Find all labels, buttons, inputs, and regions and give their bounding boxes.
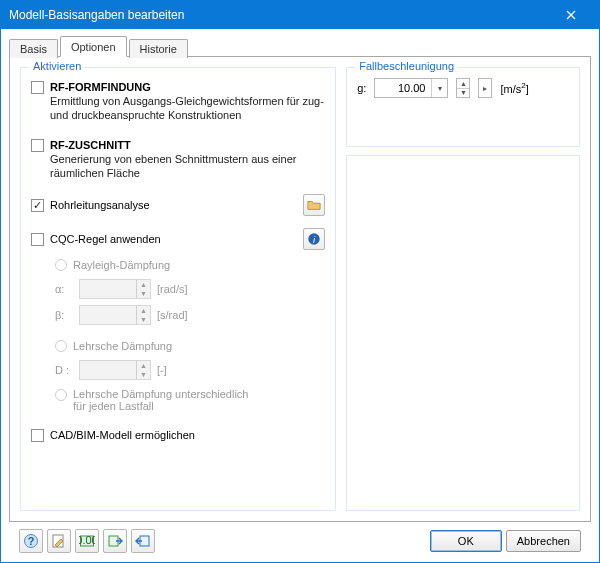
chevron-down-icon[interactable]: ▼ [457, 88, 469, 98]
chevron-up-icon: ▲ [137, 280, 150, 289]
radio-rayleigh [55, 259, 67, 271]
select-g[interactable]: ▾ [374, 78, 448, 98]
label-d: D : [55, 364, 73, 376]
label-alpha: α: [55, 283, 73, 295]
ok-button[interactable]: OK [430, 530, 502, 552]
label-lehr-per-lc: Lehrsche Dämpfung unterschiedlich für je… [73, 388, 253, 412]
tab-optionen[interactable]: Optionen [60, 36, 127, 57]
tab-strip: Basis Optionen Historie [9, 35, 591, 57]
rohrleitung-settings-button[interactable] [303, 194, 325, 216]
checkbox-cqc[interactable] [31, 233, 44, 246]
help-icon: ? [23, 533, 39, 549]
chevron-down-icon: ▼ [137, 289, 150, 298]
folder-icon [307, 198, 321, 212]
units-button[interactable]: 0.00 [75, 529, 99, 553]
export-icon [107, 533, 123, 549]
input-g[interactable] [375, 79, 431, 97]
spinner-g[interactable]: ▲ ▼ [456, 78, 470, 98]
close-button[interactable] [551, 1, 591, 29]
label-rohrleitungsanalyse: Rohrleitungsanalyse [50, 199, 150, 211]
dialog-footer: ? 0.00 OK Abbrechen [9, 522, 591, 562]
input-beta-field [80, 306, 136, 324]
group-fallbeschleunigung: Fallbeschleunigung g: ▾ ▲ ▼ ▸ [m/s2] [346, 67, 580, 147]
title-bar: Modell-Basisangaben bearbeiten [1, 1, 599, 29]
menu-g-button[interactable]: ▸ [478, 78, 492, 98]
import-button[interactable] [131, 529, 155, 553]
pencil-icon [51, 533, 67, 549]
checkbox-formfindung[interactable] [31, 81, 44, 94]
label-formfindung: RF-FORMFINDUNG [50, 81, 151, 93]
input-d-field [80, 361, 136, 379]
input-beta: ▲▼ [79, 305, 151, 325]
chevron-up-icon: ▲ [137, 306, 150, 315]
import-icon [135, 533, 151, 549]
edit-button[interactable] [47, 529, 71, 553]
desc-zuschnitt: Generierung von ebenen Schnittmustern au… [50, 153, 296, 179]
close-icon [566, 10, 576, 20]
cqc-info-button[interactable]: i [303, 228, 325, 250]
checkbox-zuschnitt[interactable] [31, 139, 44, 152]
unit-g: [m/s2] [500, 81, 528, 95]
label-g: g: [357, 82, 366, 94]
group-aktivieren: Aktivieren RF-FORMFINDUNG Ermittlung von… [20, 67, 336, 511]
input-d: ▲▼ [79, 360, 151, 380]
unit-beta: [s/rad] [157, 309, 188, 321]
tab-panel-optionen: Aktivieren RF-FORMFINDUNG Ermittlung von… [9, 56, 591, 522]
preview-panel [346, 155, 580, 511]
units-icon: 0.00 [79, 533, 95, 549]
svg-text:?: ? [28, 535, 35, 547]
cancel-button[interactable]: Abbrechen [506, 530, 581, 552]
label-beta: β: [55, 309, 73, 321]
label-zuschnitt: RF-ZUSCHNITT [50, 139, 131, 151]
input-alpha: ▲▼ [79, 279, 151, 299]
chevron-down-icon: ▼ [137, 370, 150, 379]
input-alpha-field [80, 280, 136, 298]
help-button[interactable]: ? [19, 529, 43, 553]
group-aktivieren-title: Aktivieren [29, 60, 85, 72]
dropdown-g-icon[interactable]: ▾ [431, 79, 447, 97]
svg-text:0.00: 0.00 [79, 534, 95, 546]
export-button[interactable] [103, 529, 127, 553]
label-rayleigh: Rayleigh-Dämpfung [73, 259, 170, 271]
radio-lehr-per-lc [55, 389, 67, 401]
unit-alpha: [rad/s] [157, 283, 188, 295]
chevron-up-icon[interactable]: ▲ [457, 79, 469, 88]
unit-d: [-] [157, 364, 167, 376]
tab-basis[interactable]: Basis [9, 39, 58, 58]
label-cqc: CQC-Regel anwenden [50, 233, 161, 245]
tab-historie[interactable]: Historie [129, 39, 188, 58]
label-lehr: Lehrsche Dämpfung [73, 340, 172, 352]
window-title: Modell-Basisangaben bearbeiten [9, 8, 551, 22]
info-icon: i [307, 232, 321, 246]
chevron-down-icon: ▼ [137, 315, 150, 324]
checkbox-cadbim[interactable] [31, 429, 44, 442]
group-fallbeschleunigung-title: Fallbeschleunigung [355, 60, 458, 72]
radio-lehr [55, 340, 67, 352]
chevron-up-icon: ▲ [137, 361, 150, 370]
checkbox-rohrleitungsanalyse[interactable] [31, 199, 44, 212]
label-cadbim: CAD/BIM-Modell ermöglichen [50, 429, 195, 441]
desc-formfindung: Ermittlung von Ausgangs-Gleichgewichtsfo… [50, 95, 324, 121]
